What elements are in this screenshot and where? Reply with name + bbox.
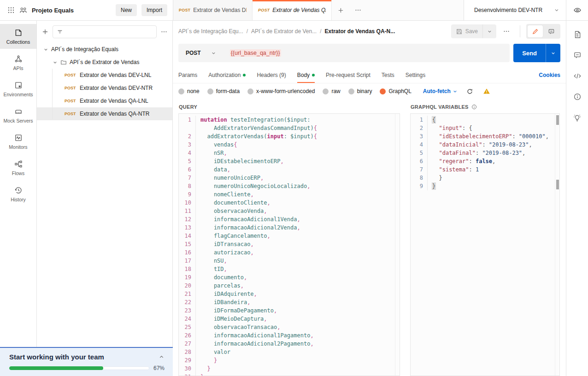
code-line[interactable]: 29 } <box>179 356 395 364</box>
comment-mode-button[interactable] <box>544 25 559 37</box>
rail-item-collections[interactable]: Collections <box>0 24 36 49</box>
grid-menu-icon[interactable] <box>7 6 15 14</box>
send-button[interactable]: Send <box>513 44 546 62</box>
tab-headers[interactable]: Headers (9) <box>257 67 286 83</box>
postbot-lightbulb-icon[interactable] <box>571 111 584 124</box>
code-line[interactable]: 18 tID, <box>179 265 395 273</box>
code-line[interactable]: 6 data, <box>179 165 395 174</box>
query-editor[interactable]: 1mutation testeIntegration($input: AddEx… <box>178 113 400 376</box>
code-line[interactable]: 5 "dataFinal": "2019-08-23", <box>411 149 555 157</box>
code-line[interactable]: 19 documento, <box>179 273 395 282</box>
tab-authorization[interactable]: Authorization <box>208 67 246 83</box>
tree-row-request[interactable]: POST Extrator de Vendas QA-LNL <box>37 94 172 107</box>
refresh-schema-icon[interactable] <box>466 88 473 95</box>
edit-mode-button[interactable] <box>528 25 543 37</box>
breadcrumb-collection[interactable]: API´s de Integração Equ... <box>178 28 243 35</box>
code-line[interactable]: 27 informacaoAdicional2Pagamento, <box>179 340 395 348</box>
code-line[interactable]: 23 iDFormaDePagamento, <box>179 306 395 315</box>
code-line[interactable]: 8 numeroUnicoNegocioLocalizado, <box>179 182 395 190</box>
code-line[interactable]: 22 iDBandeira, <box>179 298 395 306</box>
query-scrollbar[interactable] <box>395 114 400 376</box>
save-button[interactable]: Save <box>451 28 482 35</box>
info-icon[interactable] <box>471 104 477 110</box>
tree-row-folder[interactable]: API´s de Extrator de Vendas <box>37 56 172 69</box>
breadcrumb-folder[interactable]: API´s de Extrator de Ven... <box>251 28 317 35</box>
code-line[interactable]: 31} <box>179 373 395 376</box>
method-selector[interactable]: POST <box>178 50 223 56</box>
code-line[interactable]: 20 parcelas, <box>179 282 395 290</box>
sidebar-options-icon[interactable] <box>160 28 168 35</box>
variables-scrollbar[interactable] <box>555 114 559 376</box>
code-line[interactable]: 2 addExtratorVendas(input: $input){ <box>179 132 395 141</box>
body-type-graphql[interactable]: GraphQL <box>380 88 411 94</box>
request-tab-dev[interactable]: POST Extrator de Vendas DEV- <box>173 0 253 20</box>
code-line[interactable]: 3 "idEstabelecimentoERP": "000010", <box>411 132 555 141</box>
body-type-binary[interactable]: binary <box>348 88 372 94</box>
chevron-down-icon[interactable] <box>43 47 48 52</box>
code-line[interactable]: 14 flagCancelamento, <box>179 232 395 240</box>
tab-params[interactable]: Params <box>178 67 197 83</box>
tree-row-request[interactable]: POST Extrator de Vendas DEV-NTR <box>37 82 172 94</box>
tree-row-request[interactable]: POST Extrator de Vendas DEV-LNL <box>37 69 172 82</box>
rail-item-history[interactable]: History <box>0 182 36 206</box>
request-more-options-icon[interactable] <box>499 28 514 35</box>
code-line[interactable]: 1mutation testeIntegration($input: <box>179 116 395 124</box>
import-button[interactable]: Import <box>141 4 167 16</box>
sidebar-search[interactable] <box>53 25 157 38</box>
documentation-icon[interactable] <box>571 28 584 41</box>
code-line[interactable]: 8 } <box>411 174 555 182</box>
tree-row-request-selected[interactable]: POST Extrator de Vendas QA-NTR <box>37 107 172 120</box>
code-line[interactable]: 9} <box>411 182 555 190</box>
code-line[interactable]: 26 informacaoAdicional1Pagamento, <box>179 331 395 340</box>
body-type-form-data[interactable]: form-data <box>207 88 240 94</box>
code-line[interactable]: 11 observacaoVenda, <box>179 207 395 215</box>
code-line[interactable]: AddExtratorVendasCommandInput){ <box>179 124 395 132</box>
breadcrumb-request[interactable]: Extrator de Vendas QA-N... <box>325 28 395 35</box>
tab-tests[interactable]: Tests <box>382 67 394 83</box>
body-type-none[interactable]: none <box>178 88 200 94</box>
environment-quick-look[interactable] <box>566 0 588 20</box>
save-options-chevron-icon[interactable] <box>483 29 496 34</box>
code-line[interactable]: 28 valor <box>179 348 395 356</box>
url-input[interactable]: {{url_base_qa_ntr}} <box>223 49 510 57</box>
new-button[interactable]: New <box>116 4 137 16</box>
code-line[interactable]: 5 iDEstabelecimentoERP, <box>179 157 395 165</box>
code-line[interactable]: 21 iDAdquirente, <box>179 290 395 298</box>
environment-selector[interactable]: Desenvolvimento DEV-NTR <box>464 0 566 20</box>
body-type-raw[interactable]: raw <box>323 88 340 94</box>
autofetch-selector[interactable]: Auto-fetch <box>423 88 458 94</box>
rail-item-flows[interactable]: Flows <box>0 155 36 180</box>
code-line[interactable]: 16 autorizacao, <box>179 248 395 257</box>
cookies-link[interactable]: Cookies <box>539 72 560 78</box>
info-icon[interactable] <box>571 90 584 103</box>
code-line[interactable]: 4 nSR, <box>179 149 395 157</box>
code-snippet-icon[interactable] <box>571 70 584 82</box>
code-line[interactable]: 7 numeroUnicoERP, <box>179 174 395 182</box>
code-line[interactable]: 30 } <box>179 364 395 373</box>
new-tab-button[interactable] <box>332 0 349 20</box>
add-collection-button[interactable] <box>41 28 49 35</box>
send-options-chevron-icon[interactable] <box>546 44 560 62</box>
tab-pre-request-script[interactable]: Pre-request Script <box>326 67 370 83</box>
tab-settings[interactable]: Settings <box>406 67 425 83</box>
scrollbar-thumb[interactable] <box>556 180 559 189</box>
code-line[interactable]: 3 vendas{ <box>179 141 395 149</box>
chevron-down-icon[interactable] <box>53 60 58 65</box>
code-line[interactable]: 6 "regerar": false, <box>411 157 555 165</box>
schema-warning-icon[interactable] <box>483 88 490 95</box>
code-line[interactable]: 1{ <box>411 116 555 124</box>
code-line[interactable]: 25 observacaoTransacao, <box>179 323 395 331</box>
code-line[interactable]: 10 documentoCliente, <box>179 199 395 207</box>
code-line[interactable]: 12 informacaoAdicional1Venda, <box>179 215 395 223</box>
tree-row-collection[interactable]: API´s de Integração Equals <box>37 43 172 56</box>
code-line[interactable]: 9 nomeCliente, <box>179 190 395 199</box>
rail-item-environments[interactable]: Environments <box>0 76 36 101</box>
chevron-up-icon[interactable] <box>159 354 165 360</box>
scrollbar-thumb[interactable] <box>556 115 559 125</box>
code-line[interactable]: 7 "sistema": 1 <box>411 165 555 174</box>
code-line[interactable]: 13 informacaoAdicional2Venda, <box>179 223 395 232</box>
code-line[interactable]: 2 "input": { <box>411 124 555 132</box>
code-line[interactable]: 4 "dataInicial": "2019-08-23", <box>411 141 555 149</box>
rail-item-apis[interactable]: APIs <box>0 50 36 75</box>
code-line[interactable]: 17 nSU, <box>179 257 395 265</box>
